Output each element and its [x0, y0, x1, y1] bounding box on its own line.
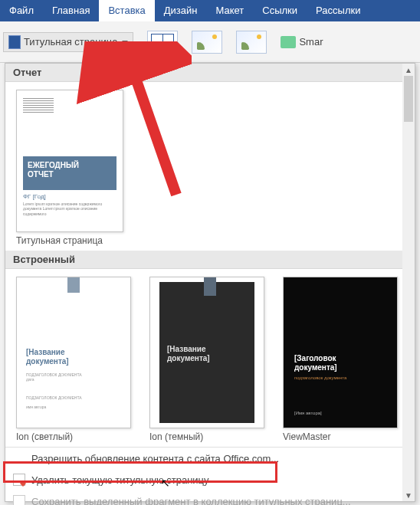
caption-report: Титульная страница — [16, 235, 123, 246]
gallery-item-report[interactable]: ЕЖЕГОДНЫЙ ОТЧЕТ ФГ [Год] Lorem ipsum кра… — [16, 90, 123, 246]
scroll-down-arrow[interactable]: ▼ — [404, 490, 413, 500]
caption-viewmaster: ViewMaster — [283, 431, 398, 442]
page-icon — [8, 35, 21, 49]
tab-home[interactable]: Главная — [43, 0, 99, 21]
tab-mailings[interactable]: Рассылки — [307, 0, 369, 21]
ribbon: Титульная страница Smar — [0, 21, 420, 63]
thumb-ion-dark: [Названиедокумента] — [149, 277, 264, 428]
thumb-report: ЕЖЕГОДНЫЙ ОТЧЕТ ФГ [Год] Lorem ipsum кра… — [16, 90, 123, 232]
chevron-down-icon — [122, 41, 128, 44]
thumb-ion-light: [Названиедокумента] ПОДЗАГОЛОВОК ДОКУМЕН… — [16, 277, 131, 428]
cover-page-dropdown[interactable]: Титульная страница — [3, 32, 133, 52]
scroll-thumb[interactable] — [404, 76, 413, 122]
footer-menu: Разрешить обновление контента с сайта Of… — [5, 447, 415, 505]
cover-page-gallery-panel: Отчет ЕЖЕГОДНЫЙ ОТЧЕТ ФГ [Год] Lorem ips… — [5, 63, 415, 502]
gallery-scrollbar[interactable]: ▲ ▼ — [402, 64, 415, 501]
gallery-item-ion-light[interactable]: [Названиедокумента] ПОДЗАГОЛОВОК ДОКУМЕН… — [16, 277, 131, 442]
menu-remove-cover-page[interactable]: Удалить текущую титульную страницу — [5, 469, 415, 490]
thumb-viewmaster: [Заголовокдокумента] подзаголовок докуме… — [283, 277, 398, 428]
menu-allow-office-update[interactable]: Разрешить обновление контента с сайта Of… — [5, 448, 415, 469]
tab-design[interactable]: Дизайн — [155, 0, 207, 21]
menu-save-selection: Сохранить выделенный фрагмент в коллекци… — [5, 490, 415, 505]
pictures-button[interactable] — [192, 31, 222, 54]
gallery-report: ЕЖЕГОДНЫЙ ОТЧЕТ ФГ [Год] Lorem ipsum кра… — [5, 82, 415, 251]
remove-page-icon — [13, 474, 25, 486]
globe-icon — [13, 452, 25, 464]
tab-insert[interactable]: Вставка — [99, 0, 154, 21]
smartart-icon — [281, 36, 296, 48]
cover-page-label: Титульная страница — [24, 36, 117, 48]
save-selection-icon — [13, 495, 25, 505]
scroll-up-arrow[interactable]: ▲ — [404, 65, 413, 74]
gallery-builtin: [Названиедокумента] ПОДЗАГОЛОВОК ДОКУМЕН… — [5, 269, 415, 447]
table-button[interactable] — [147, 31, 178, 54]
tab-layout[interactable]: Макет — [206, 0, 253, 21]
caption-ion-dark: Ion (темный) — [149, 431, 264, 442]
tab-references[interactable]: Ссылки — [253, 0, 307, 21]
section-report-header: Отчет — [5, 64, 415, 82]
tab-file[interactable]: Файл — [0, 0, 43, 21]
section-builtin-header: Встроенный — [5, 251, 415, 269]
online-pictures-button[interactable] — [236, 31, 267, 54]
smartart-button[interactable]: Smar — [281, 36, 323, 48]
caption-ion-light: Ion (светлый) — [16, 431, 131, 442]
gallery-item-ion-dark[interactable]: [Названиедокумента] Ion (темный) — [149, 277, 264, 442]
menu-tabs: Файл Главная Вставка Дизайн Макет Ссылки… — [0, 0, 420, 21]
gallery-item-viewmaster[interactable]: [Заголовокдокумента] подзаголовок докуме… — [283, 277, 398, 442]
